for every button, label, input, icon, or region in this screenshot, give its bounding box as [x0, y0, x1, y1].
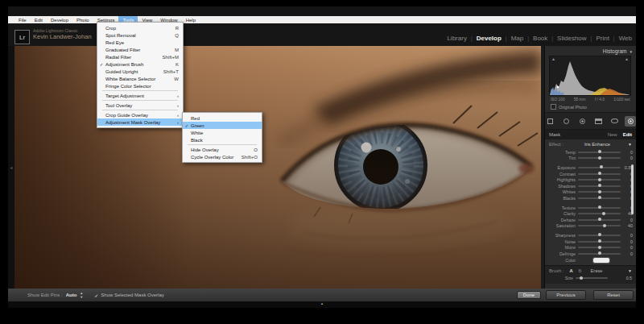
slider-thumb[interactable]: [598, 239, 601, 243]
menu-item-red[interactable]: Red: [183, 114, 262, 122]
menu-item-spot-removal[interactable]: Spot RemovalQ: [97, 31, 183, 39]
graduated-filter-icon[interactable]: [593, 116, 605, 127]
done-button[interactable]: Done: [517, 291, 541, 299]
slider-label: Highlights: [548, 177, 578, 182]
menu-item-adjustment-mask-overlay[interactable]: Adjustment Mask Overlay›: [97, 118, 183, 126]
menu-item-target-adjustment[interactable]: Target Adjustment›: [97, 92, 183, 99]
menu-item-red-eye[interactable]: Red Eye: [97, 39, 183, 46]
menu-item-black[interactable]: Black: [183, 136, 262, 143]
slider-track-tint[interactable]: [578, 157, 621, 159]
photo-canvas[interactable]: [14, 46, 541, 289]
menu-shortcut: O: [254, 147, 258, 152]
module-develop[interactable]: Develop: [477, 35, 502, 42]
left-panel-collapse-strip[interactable]: ◂: [8, 46, 14, 289]
menu-item-guided-upright[interactable]: Guided UprightShift+T: [97, 68, 183, 75]
disclosure-triangle-icon[interactable]: ▼: [628, 142, 632, 147]
original-photo-row[interactable]: Original Photo: [545, 102, 636, 112]
brush-size-slider[interactable]: [576, 277, 608, 279]
menu-item-green[interactable]: ✓Green: [183, 122, 262, 129]
brush-b-button[interactable]: B: [579, 268, 582, 273]
slider-track-saturation[interactable]: [578, 225, 621, 226]
module-slideshow[interactable]: Slideshow: [557, 35, 586, 42]
module-book[interactable]: Book: [533, 35, 547, 42]
slider-track-contrast[interactable]: [578, 173, 621, 175]
radial-filter-icon[interactable]: [609, 116, 620, 127]
slider-thumb[interactable]: [598, 196, 601, 199]
slider-track-whites[interactable]: [578, 191, 621, 193]
slider-thumb[interactable]: [600, 165, 603, 168]
menubar-item-help[interactable]: Help: [182, 16, 200, 23]
brush-erase-button[interactable]: Erase: [590, 268, 602, 273]
menu-item-tool-overlay[interactable]: Tool Overlay›: [97, 102, 183, 109]
module-web[interactable]: Web: [619, 35, 632, 42]
panel-scrollbar[interactable]: [631, 164, 634, 214]
brush-a-button[interactable]: A: [569, 268, 572, 273]
module-divider: |: [527, 35, 529, 41]
module-print[interactable]: Print: [596, 35, 609, 42]
slider-track-sharpness[interactable]: [578, 235, 621, 236]
reset-button[interactable]: Reset: [593, 290, 634, 300]
slider-thumb[interactable]: [598, 218, 601, 221]
slider-track-texture[interactable]: [578, 207, 621, 209]
slider-thumb[interactable]: [598, 206, 601, 209]
color-swatch[interactable]: [592, 257, 610, 264]
menu-item-fringe-color-selector[interactable]: Fringe Color Selector: [97, 82, 183, 89]
menubar-item-edit[interactable]: Edit: [31, 16, 47, 23]
slider-thumb[interactable]: [598, 251, 601, 255]
slider-track-highlights[interactable]: [578, 179, 621, 181]
menu-item-hide-overlay[interactable]: Hide OverlayO: [183, 146, 262, 153]
slider-thumb[interactable]: [598, 184, 601, 187]
menu-item-white[interactable]: White: [183, 129, 262, 136]
menu-item-graduated-filter[interactable]: Graduated FilterM: [97, 46, 183, 53]
slider-track-temp[interactable]: [578, 152, 621, 153]
original-photo-checkbox[interactable]: [551, 104, 556, 110]
slider-track-noise[interactable]: [578, 241, 621, 243]
module-library[interactable]: Library: [447, 35, 466, 42]
spot-removal-icon[interactable]: [561, 116, 572, 127]
previous-button[interactable]: Previous: [546, 290, 586, 300]
module-map[interactable]: Map: [511, 35, 524, 42]
slider-track-shadows[interactable]: [578, 185, 621, 187]
menu-item-crop-guide-overlay[interactable]: Crop Guide Overlay›: [97, 111, 183, 118]
disclosure-triangle-icon[interactable]: ▼: [628, 268, 632, 273]
brush-label: Brush :: [549, 268, 564, 273]
slider-track-clarity[interactable]: [578, 213, 621, 214]
adjustment-brush-icon[interactable]: [625, 116, 636, 127]
slider-track-dehaze[interactable]: [578, 219, 621, 221]
red-eye-icon[interactable]: [577, 116, 588, 127]
menu-item-cycle-overlay-color[interactable]: Cycle Overlay ColorShift+O: [183, 153, 262, 160]
slider-track-exposure[interactable]: [578, 167, 621, 168]
slider-thumb[interactable]: [598, 233, 601, 236]
menubar-item-develop[interactable]: Develop: [47, 16, 72, 23]
slider-thumb[interactable]: [598, 178, 601, 181]
show-edit-pins-dropdown[interactable]: Auto: [66, 293, 77, 297]
identity-plate[interactable]: Adobe Lightroom Classic Kevin Landwer-Jo…: [33, 29, 92, 40]
slider-thumb[interactable]: [603, 224, 606, 227]
slider-thumb[interactable]: [598, 156, 601, 160]
slider-track-moir[interactable]: [578, 247, 621, 248]
filmstrip-collapse-strip[interactable]: ▴: [8, 301, 636, 308]
menu-item-crop[interactable]: CropR: [97, 24, 183, 31]
effect-preset-dropdown[interactable]: Iris Enhance: [567, 142, 628, 147]
histogram-header[interactable]: Histogram ▾: [545, 46, 636, 56]
menu-item-adjustment-brush[interactable]: ✓Adjustment BrushK: [97, 60, 183, 68]
histogram-graph[interactable]: ▲ ▲: [549, 56, 631, 96]
slider-thumb[interactable]: [598, 150, 601, 153]
menubar-item-photo[interactable]: Photo: [72, 16, 93, 23]
slider-thumb[interactable]: [602, 212, 605, 215]
slider-thumb[interactable]: [598, 190, 601, 193]
mask-new-button[interactable]: New: [608, 132, 617, 137]
submenu-arrow-icon: ›: [177, 93, 179, 98]
slider-thumb[interactable]: [598, 172, 601, 175]
menubar-item-file[interactable]: File: [14, 16, 31, 23]
slider-track-defringe[interactable]: [578, 253, 621, 255]
exif-value: f / 4.0: [595, 98, 605, 102]
slider-thumb[interactable]: [598, 246, 601, 249]
slider-track-blacks[interactable]: [578, 197, 621, 199]
menu-item-white-balance-selector[interactable]: White Balance SelectorW: [97, 75, 183, 82]
menu-item-radial-filter[interactable]: Radial FilterShift+M: [97, 53, 183, 60]
crop-icon[interactable]: [545, 116, 556, 127]
submenu-arrow-icon: ›: [177, 113, 179, 118]
show-selected-mask-overlay-row[interactable]: ✓ Show Selected Mask Overlay: [94, 293, 163, 298]
mask-edit-button[interactable]: Edit: [623, 132, 632, 137]
